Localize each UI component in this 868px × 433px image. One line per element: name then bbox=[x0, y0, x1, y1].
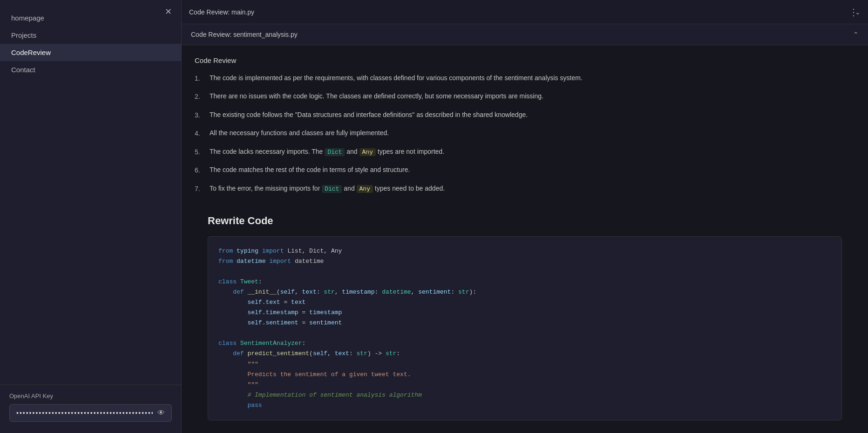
api-key-section: OpenAI API Key 👁 bbox=[0, 385, 181, 433]
review-item-4-text: All the necessary functions and classes … bbox=[210, 128, 389, 138]
review-item-6: The code matches the rest of the code in… bbox=[195, 165, 855, 175]
code-line-10: """ bbox=[218, 359, 831, 370]
code-review-heading: Code Review bbox=[195, 56, 855, 64]
review-item-2: There are no issues with the code logic.… bbox=[195, 91, 855, 102]
code-line-1: from typing import List, Dict, Any bbox=[218, 246, 831, 256]
code-line-5: self.text = text bbox=[218, 297, 831, 308]
dict-code-inline-2: Dict bbox=[322, 185, 342, 193]
sidebar-item-projects[interactable]: Projects bbox=[0, 27, 181, 44]
code-block: from typing import List, Dict, Any from … bbox=[208, 236, 842, 421]
code-line-4: def __init__(self, text: str, timestamp:… bbox=[218, 287, 831, 297]
sentiment-panel-title: Code Review: sentiment_analysis.py bbox=[191, 31, 298, 38]
review-item-1-text: The code is implemented as per the requi… bbox=[210, 73, 583, 83]
top-bar: Code Review: main.py ⌄ bbox=[182, 0, 868, 24]
sidebar-item-contact[interactable]: Contact bbox=[0, 61, 181, 78]
review-item-3-text: The existing code follows the "Data stru… bbox=[210, 110, 528, 120]
review-item-6-text: The code matches the rest of the code in… bbox=[210, 165, 410, 175]
sentiment-panel-header[interactable]: Code Review: sentiment_analysis.py bbox=[182, 24, 868, 45]
code-line-2: from datetime import datetime bbox=[218, 256, 831, 267]
sidebar-item-homepage[interactable]: homepage bbox=[0, 9, 181, 27]
top-bar-title: Code Review: main.py bbox=[189, 8, 254, 16]
close-button[interactable]: ✕ bbox=[162, 7, 175, 17]
review-item-2-text: There are no issues with the code logic.… bbox=[210, 91, 543, 101]
sidebar: ✕ homepage Projects CodeReview Contact O… bbox=[0, 0, 182, 433]
code-line-blank-1 bbox=[218, 267, 831, 277]
code-line-blank-2 bbox=[218, 328, 831, 338]
any-code-inline: Any bbox=[359, 148, 376, 156]
sidebar-nav: homepage Projects CodeReview Contact bbox=[0, 0, 181, 385]
code-line-3: class Tweet: bbox=[218, 277, 831, 287]
any-code-inline-2: Any bbox=[357, 185, 373, 193]
sentiment-panel-chevron-icon bbox=[853, 31, 859, 38]
review-item-5: The code lacks necessary imports. The Di… bbox=[195, 146, 855, 158]
eye-icon: 👁 bbox=[157, 409, 165, 417]
review-list: The code is implemented as per the requi… bbox=[195, 73, 855, 194]
main-content: Code Review: main.py ⌄ ⋮ Code Review: se… bbox=[182, 0, 868, 433]
code-line-6: self.timestamp = timestamp bbox=[218, 308, 831, 318]
code-line-7: self.sentiment = sentiment bbox=[218, 318, 831, 328]
code-line-12: """ bbox=[218, 380, 831, 390]
rewrite-section: Rewrite Code from typing import List, Di… bbox=[195, 202, 855, 421]
review-item-7-text: To fix the error, the missing imports fo… bbox=[210, 183, 445, 194]
sentiment-panel: Code Review: sentiment_analysis.py Code … bbox=[182, 24, 868, 433]
review-item-1: The code is implemented as per the requi… bbox=[195, 73, 855, 83]
api-key-label: OpenAI API Key bbox=[9, 392, 172, 399]
content-area: Code Review: sentiment_analysis.py Code … bbox=[182, 24, 868, 433]
sidebar-item-codereview[interactable]: CodeReview bbox=[0, 44, 181, 61]
toggle-api-visibility-button[interactable]: 👁 bbox=[156, 407, 167, 419]
code-line-14: pass bbox=[218, 400, 831, 411]
api-input-wrap: 👁 bbox=[9, 404, 172, 422]
options-menu-icon[interactable]: ⋮ bbox=[849, 7, 859, 18]
review-body: Code Review The code is implemented as p… bbox=[182, 45, 868, 433]
api-key-input[interactable] bbox=[10, 405, 171, 421]
rewrite-title: Rewrite Code bbox=[208, 215, 842, 227]
code-line-9: def predict_sentiment(self, text: str) -… bbox=[218, 349, 831, 359]
review-item-5-text: The code lacks necessary imports. The Di… bbox=[210, 146, 444, 158]
review-item-4: All the necessary functions and classes … bbox=[195, 128, 855, 138]
review-item-3: The existing code follows the "Data stru… bbox=[195, 110, 855, 120]
review-item-7: To fix the error, the missing imports fo… bbox=[195, 183, 855, 194]
code-line-8: class SentimentAnalyzer: bbox=[218, 338, 831, 349]
dict-code-inline: Dict bbox=[325, 148, 345, 156]
code-line-11: Predicts the sentiment of a given tweet … bbox=[218, 370, 831, 380]
code-line-13: # Implementation of sentiment analysis a… bbox=[218, 390, 831, 400]
